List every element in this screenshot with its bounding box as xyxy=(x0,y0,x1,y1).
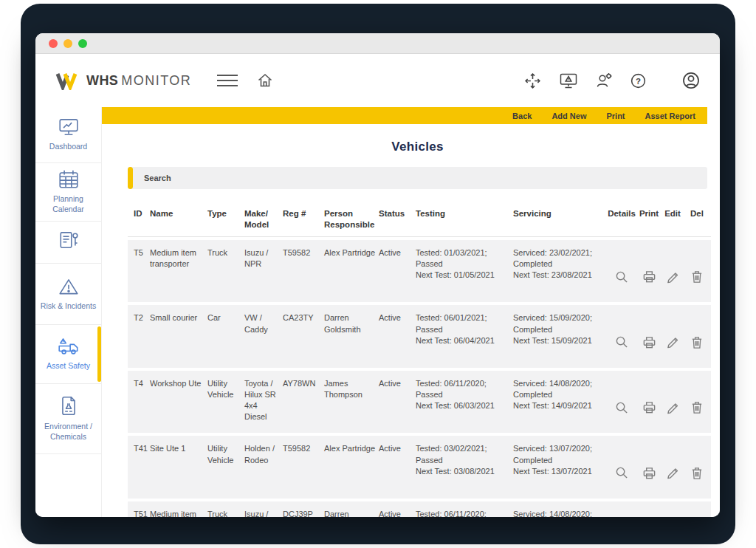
cell-testing: Tested: 03/02/2021; Passed Next Test: 03… xyxy=(416,436,513,499)
help-icon[interactable]: ? xyxy=(630,72,647,89)
print-button[interactable]: Print xyxy=(606,112,625,120)
cell-make-model: Holden / Rodeo xyxy=(244,436,283,499)
col-name: Name xyxy=(150,205,207,237)
trash-icon[interactable] xyxy=(690,258,704,295)
back-button[interactable]: Back xyxy=(512,112,532,120)
cell-servicing: Serviced: 14/08/2020; Completed Next Tes… xyxy=(513,371,608,434)
cell-status: Active xyxy=(379,501,416,517)
cell-status: Active xyxy=(379,240,416,303)
pencil-icon[interactable] xyxy=(666,390,679,425)
cell-testing: Tested: 01/03/2021; Passed Next Test: 01… xyxy=(416,240,513,303)
search-label: Search xyxy=(144,174,171,182)
dashboard-icon xyxy=(58,117,80,137)
cell-name: Medium item transporter xyxy=(150,240,207,303)
minimize-window-button[interactable] xyxy=(63,39,72,48)
app-window: WHSMONITOR xyxy=(35,33,720,517)
cell-reg: AY78WN xyxy=(283,371,324,434)
risk-incidents-icon xyxy=(58,277,80,296)
brand-name-bold: WHS xyxy=(86,73,118,88)
cell-make-model: Isuzu / NPR xyxy=(244,240,283,303)
trash-icon[interactable] xyxy=(690,389,704,425)
magnifier-icon[interactable] xyxy=(615,259,628,295)
cell-person: Alex Partridge xyxy=(324,436,379,499)
cell-reg: T59582 xyxy=(283,436,324,499)
cell-type: Truck xyxy=(207,240,244,303)
col-status: Status xyxy=(379,205,416,237)
close-window-button[interactable] xyxy=(49,39,58,48)
app-header: WHSMONITOR xyxy=(35,54,720,107)
cell-id: T5 xyxy=(128,240,150,303)
table-row: T2 Small courier Car VW / Caddy CA23TY D… xyxy=(128,305,711,368)
asset-report-button[interactable]: Asset Report xyxy=(645,112,695,120)
vehicles-table-body: T5 Medium item transporter Truck Isuzu /… xyxy=(128,240,711,517)
cell-name: Small courier xyxy=(150,305,207,368)
cell-servicing: Serviced: 23/02/2021; Completed Next Tes… xyxy=(513,240,608,303)
cell-id: T51 xyxy=(128,501,150,517)
cell-status: Active xyxy=(379,371,416,434)
table-row: T5 Medium item transporter Truck Isuzu /… xyxy=(128,240,711,303)
col-make-model: Make/ Model xyxy=(244,205,283,237)
brand-name-light: MONITOR xyxy=(121,73,191,88)
cell-reg: DCJ39P xyxy=(283,501,324,517)
magnifier-icon[interactable] xyxy=(615,455,628,490)
search-input[interactable]: Search xyxy=(128,167,707,189)
cell-servicing: Serviced: 14/08/2020; Completed Next Tes… xyxy=(513,501,608,517)
add-new-button[interactable]: Add New xyxy=(551,112,586,120)
sidebar-item-asset-safety[interactable]: Asset Safety xyxy=(35,325,101,384)
col-edit: Edit xyxy=(662,205,686,237)
sidebar-item-label: Asset Safety xyxy=(47,361,90,371)
col-testing: Testing xyxy=(416,205,513,237)
col-id: ID xyxy=(128,205,150,237)
col-del: Del xyxy=(686,205,711,237)
home-icon[interactable] xyxy=(256,72,274,89)
cell-testing: Tested: 06/11/2020; Passed Next Test: 06… xyxy=(416,501,513,517)
sidebar-item-environment-chemicals[interactable]: Environment / Chemicals xyxy=(35,384,101,454)
magnifier-icon[interactable] xyxy=(615,390,628,425)
col-person-responsible: Person Responsible xyxy=(324,205,379,237)
cell-person: James Thompson xyxy=(324,371,379,434)
cell-make-model: Isuzu / NPR xyxy=(244,501,283,517)
trash-icon[interactable] xyxy=(690,455,704,491)
cell-person: Darren Goldsmith xyxy=(324,305,379,368)
cell-name: Site Ute 1 xyxy=(150,436,207,499)
cell-type: Truck xyxy=(207,501,244,517)
pencil-icon[interactable] xyxy=(666,259,679,295)
pencil-icon[interactable] xyxy=(666,324,679,360)
menu-icon[interactable] xyxy=(216,74,238,87)
pencil-icon[interactable] xyxy=(666,455,679,490)
table-row: T51 Medium item transporter 2 Truck Isuz… xyxy=(128,501,711,517)
table-header-row: ID Name Type Make/ Model Reg # Person Re… xyxy=(128,205,711,237)
printer-icon[interactable] xyxy=(642,258,656,295)
printer-icon[interactable] xyxy=(642,389,656,425)
monitor-alert-icon[interactable] xyxy=(559,72,578,89)
zoom-window-button[interactable] xyxy=(78,39,87,48)
table-row: T41 Site Ute 1 Utility Vehicle Holden / … xyxy=(128,436,711,499)
environment-chemicals-icon xyxy=(58,395,79,417)
sidebar: Dashboard Planning Calendar xyxy=(35,107,102,517)
move-icon[interactable] xyxy=(523,72,542,90)
cell-make-model: Toyota / Hilux SR 4x4 Diesel xyxy=(244,371,283,434)
cell-servicing: Serviced: 15/09/2020; Completed Next Tes… xyxy=(513,305,608,368)
planning-calendar-icon xyxy=(58,169,80,189)
user-settings-icon[interactable] xyxy=(595,72,613,89)
printer-icon[interactable] xyxy=(642,455,656,491)
profile-icon[interactable] xyxy=(681,71,701,90)
cell-type: Utility Vehicle xyxy=(207,436,244,499)
cell-status: Active xyxy=(379,305,416,368)
col-details: Details xyxy=(608,205,639,237)
sidebar-item-label: Environment / Chemicals xyxy=(39,422,97,442)
sidebar-item-risk-incidents[interactable]: Risk & Incidents xyxy=(35,264,101,325)
sidebar-item-dashboard[interactable]: Dashboard xyxy=(35,107,101,163)
cell-type: Utility Vehicle xyxy=(207,371,244,434)
printer-icon[interactable] xyxy=(642,324,656,360)
vehicles-table: ID Name Type Make/ Model Reg # Person Re… xyxy=(128,202,711,517)
search-accent-bar xyxy=(128,167,133,189)
sidebar-item-planning-calendar[interactable]: Planning Calendar xyxy=(35,163,101,222)
trash-icon[interactable] xyxy=(690,324,704,360)
cell-status: Active xyxy=(379,436,416,499)
action-toolbar: Back Add New Print Asset Report xyxy=(102,107,707,124)
whs-logo-icon xyxy=(55,71,80,90)
cell-id: T4 xyxy=(128,371,150,434)
magnifier-icon[interactable] xyxy=(615,324,628,360)
sidebar-item-document-key[interactable] xyxy=(35,222,101,264)
